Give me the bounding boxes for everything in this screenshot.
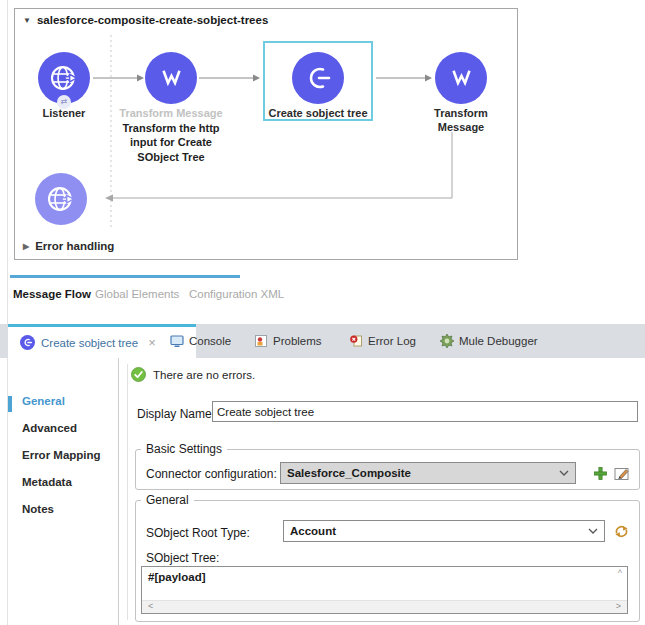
tab-message-flow[interactable]: Message Flow [13, 288, 91, 300]
transform-message-node-1[interactable] [145, 52, 197, 104]
connector-configuration-select[interactable]: Salesforce_Composite [280, 462, 576, 484]
horizontal-scroll-accent[interactable] [10, 275, 240, 278]
window-left-edge [7, 0, 8, 625]
sobject-tree-textarea[interactable]: #[payload] ^ < > [141, 566, 628, 614]
tab-label: Console [189, 335, 231, 347]
error-handling-section[interactable]: ▶ Error handling [23, 240, 114, 252]
http-response-node[interactable] [35, 173, 87, 225]
tab-configuration-xml[interactable]: Configuration XML [189, 288, 284, 300]
sidebar-separator [118, 358, 119, 625]
success-check-icon [131, 367, 146, 382]
sobject-tree-label: SObject Tree: [146, 551, 219, 565]
sidebar-item-advanced[interactable]: Advanced [22, 422, 77, 434]
tab-mule-debugger[interactable]: Mule Debugger [440, 324, 538, 358]
tab-error-log[interactable]: Error Log [349, 324, 416, 358]
transform-message-2-label: Transform Message [424, 107, 498, 135]
transform-message-1-label: Transform Message [111, 107, 231, 121]
salesforce-composite-icon [20, 335, 35, 350]
add-config-button[interactable] [591, 464, 609, 482]
chevron-down-icon [588, 528, 598, 534]
error-handling-label: Error handling [35, 240, 114, 252]
sidebar-item-error-mapping[interactable]: Error Mapping [22, 449, 101, 461]
plus-icon [593, 466, 608, 481]
tab-label: Error Log [368, 335, 416, 347]
tab-console[interactable]: Console [170, 324, 231, 358]
tab-label: Problems [273, 335, 322, 347]
general-legend: General [141, 493, 194, 507]
basic-settings-legend: Basic Settings [141, 442, 227, 456]
sobject-root-type-value: Account [290, 525, 336, 537]
sidebar-item-metadata[interactable]: Metadata [22, 476, 72, 488]
tab-label: Create sobject tree [41, 337, 138, 349]
sobject-tree-value: #[payload] [148, 571, 206, 583]
create-sobject-tree-node[interactable] [292, 52, 344, 104]
content-separator [127, 364, 128, 620]
refresh-metadata-button[interactable] [612, 522, 630, 540]
tab-global-elements[interactable]: Global Elements [95, 288, 179, 300]
dataweave-icon [156, 63, 186, 93]
edit-pencil-icon [614, 465, 630, 481]
display-name-label: Display Name: [137, 407, 215, 421]
listener-label: Listener [24, 107, 104, 121]
status-row: There are no errors. [131, 367, 255, 382]
scroll-left-icon[interactable]: < [148, 601, 153, 611]
sobject-root-type-select[interactable]: Account [283, 520, 605, 542]
close-icon[interactable]: × [148, 335, 156, 350]
transform-message-node-2[interactable] [435, 52, 487, 104]
dataweave-icon [446, 63, 476, 93]
chevron-down-icon [559, 470, 569, 476]
sidebar-item-notes[interactable]: Notes [22, 503, 54, 515]
anypoint-studio-window: ▼ salesforce-composite-create-sobject-tr… [0, 0, 645, 625]
globe-http-icon [45, 183, 77, 215]
problems-icon [254, 334, 268, 348]
create-sobject-tree-label: Create sobject tree [263, 107, 373, 121]
tab-create-sobject-tree[interactable]: Create sobject tree × [8, 324, 196, 358]
scroll-right-icon[interactable]: > [616, 601, 621, 611]
edit-config-button[interactable] [613, 464, 631, 482]
tab-problems[interactable]: Problems [254, 324, 322, 358]
mule-debugger-icon [440, 334, 454, 348]
scroll-up-icon[interactable]: ^ [618, 568, 622, 578]
sidebar-item-general[interactable]: General [22, 395, 65, 407]
salesforce-composite-icon [302, 62, 334, 94]
connector-configuration-label: Connector configuration: [146, 467, 277, 481]
flow-canvas[interactable]: ▼ salesforce-composite-create-sobject-tr… [14, 8, 518, 260]
tab-label: Mule Debugger [459, 335, 538, 347]
sidebar-active-indicator [8, 396, 12, 412]
error-log-icon [349, 334, 363, 348]
console-icon [170, 334, 184, 348]
status-message: There are no errors. [153, 369, 255, 381]
horizontal-scrollbar[interactable]: < > [142, 600, 627, 613]
expand-triangle-icon[interactable]: ▶ [23, 242, 29, 251]
sobject-root-type-label: SObject Root Type: [146, 526, 250, 540]
transform-message-1-description: Transform the http input for Create SObj… [114, 121, 228, 164]
refresh-arrows-icon [613, 523, 630, 540]
connector-configuration-value: Salesforce_Composite [287, 467, 411, 479]
globe-http-icon [48, 62, 80, 94]
display-name-input[interactable] [212, 401, 638, 422]
